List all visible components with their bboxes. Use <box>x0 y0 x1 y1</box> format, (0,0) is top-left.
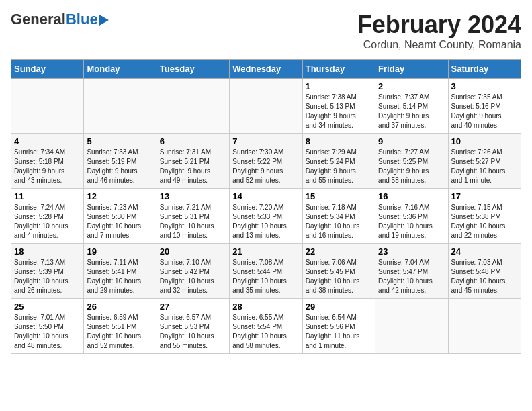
day-number: 8 <box>306 136 372 146</box>
day-number: 11 <box>14 191 81 201</box>
calendar-cell <box>84 79 157 134</box>
day-number: 10 <box>451 136 518 146</box>
day-info: Sunrise: 7:21 AM Sunset: 5:31 PM Dayligh… <box>160 203 226 240</box>
calendar-cell: 23Sunrise: 7:04 AM Sunset: 5:47 PM Dayli… <box>375 244 448 299</box>
day-info: Sunrise: 6:55 AM Sunset: 5:54 PM Dayligh… <box>232 313 299 351</box>
day-info: Sunrise: 7:10 AM Sunset: 5:42 PM Dayligh… <box>160 258 226 295</box>
calendar-header-row: SundayMondayTuesdayWednesdayThursdayFrid… <box>11 60 521 79</box>
day-info: Sunrise: 7:27 AM Sunset: 5:25 PM Dayligh… <box>378 148 445 185</box>
day-number: 9 <box>378 136 445 146</box>
day-info: Sunrise: 7:15 AM Sunset: 5:38 PM Dayligh… <box>451 203 518 240</box>
calendar-cell: 10Sunrise: 7:26 AM Sunset: 5:27 PM Dayli… <box>448 134 521 189</box>
day-number: 7 <box>232 136 299 146</box>
calendar-cell: 12Sunrise: 7:23 AM Sunset: 5:30 PM Dayli… <box>84 189 157 244</box>
calendar-cell: 8Sunrise: 7:29 AM Sunset: 5:24 PM Daylig… <box>302 134 375 189</box>
day-info: Sunrise: 7:35 AM Sunset: 5:16 PM Dayligh… <box>451 93 518 130</box>
day-number: 23 <box>378 246 445 257</box>
column-header-monday: Monday <box>84 60 157 79</box>
day-number: 24 <box>451 246 518 257</box>
calendar-cell: 1Sunrise: 7:38 AM Sunset: 5:13 PM Daylig… <box>302 79 375 134</box>
day-number: 20 <box>160 246 226 257</box>
day-number: 18 <box>14 246 81 257</box>
day-number: 25 <box>14 302 81 312</box>
calendar-cell <box>375 299 448 354</box>
column-header-friday: Friday <box>375 60 448 79</box>
day-number: 3 <box>451 81 518 91</box>
day-info: Sunrise: 7:31 AM Sunset: 5:21 PM Dayligh… <box>160 148 226 185</box>
title-block: February 2024 Cordun, Neamt County, Roma… <box>357 11 521 51</box>
calendar-body: 1Sunrise: 7:38 AM Sunset: 5:13 PM Daylig… <box>11 79 521 354</box>
logo-arrow-icon <box>99 15 109 26</box>
day-number: 22 <box>306 246 372 257</box>
day-number: 2 <box>378 81 445 91</box>
day-info: Sunrise: 7:33 AM Sunset: 5:19 PM Dayligh… <box>87 148 153 185</box>
calendar-cell: 2Sunrise: 7:37 AM Sunset: 5:14 PM Daylig… <box>375 79 448 134</box>
calendar-cell <box>157 79 229 134</box>
day-info: Sunrise: 7:24 AM Sunset: 5:28 PM Dayligh… <box>14 203 81 240</box>
calendar-cell: 17Sunrise: 7:15 AM Sunset: 5:38 PM Dayli… <box>448 189 521 244</box>
calendar-cell: 4Sunrise: 7:34 AM Sunset: 5:18 PM Daylig… <box>11 134 84 189</box>
day-number: 16 <box>378 191 445 201</box>
day-number: 26 <box>87 302 153 312</box>
calendar-cell: 16Sunrise: 7:16 AM Sunset: 5:36 PM Dayli… <box>375 189 448 244</box>
calendar-cell: 25Sunrise: 7:01 AM Sunset: 5:50 PM Dayli… <box>11 299 84 354</box>
day-info: Sunrise: 7:20 AM Sunset: 5:33 PM Dayligh… <box>232 203 299 240</box>
calendar-table: SundayMondayTuesdayWednesdayThursdayFrid… <box>11 59 521 354</box>
calendar-cell: 13Sunrise: 7:21 AM Sunset: 5:31 PM Dayli… <box>157 189 229 244</box>
calendar-cell: 21Sunrise: 7:08 AM Sunset: 5:44 PM Dayli… <box>230 244 302 299</box>
day-info: Sunrise: 6:54 AM Sunset: 5:56 PM Dayligh… <box>306 313 372 351</box>
week-row-2: 4Sunrise: 7:34 AM Sunset: 5:18 PM Daylig… <box>11 134 521 189</box>
logo-blue-text: Blue <box>66 11 98 28</box>
week-row-5: 25Sunrise: 7:01 AM Sunset: 5:50 PM Dayli… <box>11 299 521 354</box>
day-number: 29 <box>306 302 372 312</box>
calendar-cell: 27Sunrise: 6:57 AM Sunset: 5:53 PM Dayli… <box>157 299 229 354</box>
calendar-cell: 24Sunrise: 7:03 AM Sunset: 5:48 PM Dayli… <box>448 244 521 299</box>
day-info: Sunrise: 7:18 AM Sunset: 5:34 PM Dayligh… <box>306 203 372 240</box>
calendar-cell: 6Sunrise: 7:31 AM Sunset: 5:21 PM Daylig… <box>157 134 229 189</box>
day-number: 12 <box>87 191 153 201</box>
day-info: Sunrise: 7:29 AM Sunset: 5:24 PM Dayligh… <box>306 148 372 185</box>
page-subtitle: Cordun, Neamt County, Romania <box>357 39 521 51</box>
calendar-cell: 29Sunrise: 6:54 AM Sunset: 5:56 PM Dayli… <box>302 299 375 354</box>
calendar-cell: 22Sunrise: 7:06 AM Sunset: 5:45 PM Dayli… <box>302 244 375 299</box>
day-info: Sunrise: 7:03 AM Sunset: 5:48 PM Dayligh… <box>451 258 518 295</box>
day-number: 15 <box>306 191 372 201</box>
calendar-cell: 5Sunrise: 7:33 AM Sunset: 5:19 PM Daylig… <box>84 134 157 189</box>
day-info: Sunrise: 7:08 AM Sunset: 5:44 PM Dayligh… <box>232 258 299 295</box>
logo: General Blue <box>11 11 109 28</box>
day-info: Sunrise: 7:01 AM Sunset: 5:50 PM Dayligh… <box>14 313 81 351</box>
day-number: 19 <box>87 246 153 257</box>
day-info: Sunrise: 7:26 AM Sunset: 5:27 PM Dayligh… <box>451 148 518 185</box>
calendar-cell: 7Sunrise: 7:30 AM Sunset: 5:22 PM Daylig… <box>230 134 302 189</box>
calendar-cell <box>448 299 521 354</box>
day-number: 6 <box>160 136 226 146</box>
calendar-cell: 11Sunrise: 7:24 AM Sunset: 5:28 PM Dayli… <box>11 189 84 244</box>
day-number: 27 <box>160 302 226 312</box>
day-info: Sunrise: 7:30 AM Sunset: 5:22 PM Dayligh… <box>232 148 299 185</box>
week-row-4: 18Sunrise: 7:13 AM Sunset: 5:39 PM Dayli… <box>11 244 521 299</box>
column-header-thursday: Thursday <box>302 60 375 79</box>
calendar-cell: 18Sunrise: 7:13 AM Sunset: 5:39 PM Dayli… <box>11 244 84 299</box>
day-number: 1 <box>306 81 372 91</box>
calendar-cell: 3Sunrise: 7:35 AM Sunset: 5:16 PM Daylig… <box>448 79 521 134</box>
column-header-sunday: Sunday <box>11 60 84 79</box>
calendar-cell <box>11 79 84 134</box>
page-title: February 2024 <box>357 11 521 39</box>
day-info: Sunrise: 7:06 AM Sunset: 5:45 PM Dayligh… <box>306 258 372 295</box>
day-info: Sunrise: 7:37 AM Sunset: 5:14 PM Dayligh… <box>378 93 445 130</box>
day-info: Sunrise: 7:13 AM Sunset: 5:39 PM Dayligh… <box>14 258 81 295</box>
calendar-cell: 9Sunrise: 7:27 AM Sunset: 5:25 PM Daylig… <box>375 134 448 189</box>
day-number: 5 <box>87 136 153 146</box>
calendar-cell: 15Sunrise: 7:18 AM Sunset: 5:34 PM Dayli… <box>302 189 375 244</box>
calendar-cell: 14Sunrise: 7:20 AM Sunset: 5:33 PM Dayli… <box>230 189 302 244</box>
day-info: Sunrise: 6:57 AM Sunset: 5:53 PM Dayligh… <box>160 313 226 351</box>
day-info: Sunrise: 7:04 AM Sunset: 5:47 PM Dayligh… <box>378 258 445 295</box>
logo-general-text: General <box>11 11 66 28</box>
day-info: Sunrise: 7:23 AM Sunset: 5:30 PM Dayligh… <box>87 203 153 240</box>
calendar-cell: 20Sunrise: 7:10 AM Sunset: 5:42 PM Dayli… <box>157 244 229 299</box>
page-header: General Blue February 2024 Cordun, Neamt… <box>11 11 521 51</box>
day-number: 17 <box>451 191 518 201</box>
column-header-wednesday: Wednesday <box>230 60 302 79</box>
week-row-1: 1Sunrise: 7:38 AM Sunset: 5:13 PM Daylig… <box>11 79 521 134</box>
day-info: Sunrise: 7:38 AM Sunset: 5:13 PM Dayligh… <box>306 93 372 130</box>
